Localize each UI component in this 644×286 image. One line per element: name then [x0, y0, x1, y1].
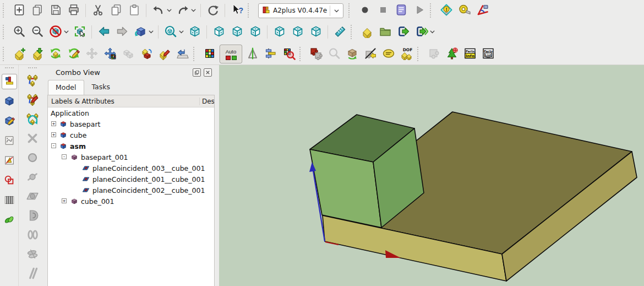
macro-edit-button[interactable]	[393, 2, 409, 19]
tree-header-labels-column[interactable]: Labels & Attributes	[48, 98, 199, 105]
view-front-button[interactable]	[211, 24, 227, 40]
view-axonometric-button[interactable]	[187, 24, 203, 40]
a2p-import-part-button[interactable]	[395, 24, 411, 40]
print-button[interactable]	[66, 2, 81, 19]
tab-model[interactable]: Model	[48, 80, 84, 95]
tree-item-cube_001[interactable]: +cube_001	[48, 196, 214, 207]
undo-button[interactable]	[150, 2, 166, 19]
constraint-assembly-button[interactable]	[22, 73, 43, 90]
box-selection-button[interactable]	[72, 24, 88, 40]
a2p-edit-part-button[interactable]	[156, 46, 172, 62]
dock-handle[interactable]	[5, 67, 14, 70]
a2p-migrate-proxies-button[interactable]	[344, 46, 360, 62]
a2p-toggle-autosolve-button[interactable]: Auto	[220, 45, 242, 63]
refresh-button[interactable]	[205, 2, 221, 19]
part-box-button[interactable]	[2, 94, 17, 109]
redo-history-chevron[interactable]	[190, 2, 197, 19]
panel-float-button[interactable]	[193, 68, 201, 77]
navigate-back-button[interactable]	[96, 24, 112, 40]
a2p-delete-constraints-button[interactable]	[308, 46, 324, 62]
view-top-button[interactable]	[229, 24, 245, 40]
toolbar-handle[interactable]	[193, 47, 197, 61]
toolbar-handle[interactable]	[430, 3, 434, 18]
view-right-button[interactable]	[247, 24, 263, 40]
tree-item-asm[interactable]: -asm	[48, 141, 214, 152]
view-isometric-options-chevron[interactable]	[148, 24, 155, 40]
constraint-planes-parallel-button[interactable]	[22, 246, 43, 263]
tree-item-basepart_001[interactable]: -basepart_001	[48, 152, 214, 163]
paste-button[interactable]	[126, 2, 142, 19]
dock-handle[interactable]	[28, 67, 37, 70]
a2p-workbench-active-button[interactable]	[2, 74, 17, 89]
constraint-update-button[interactable]	[22, 111, 43, 128]
constraint-circular-edge-button[interactable]	[22, 150, 43, 167]
tab-tasks[interactable]: Tasks	[84, 79, 118, 94]
help-whatsthis-button[interactable]: !	[438, 2, 454, 19]
constraint-point-on-plane-button[interactable]	[22, 188, 43, 206]
a2p-search-button[interactable]	[326, 46, 342, 62]
tree-item-basepart[interactable]: +basepart	[48, 118, 214, 129]
navigate-forward-button[interactable]	[114, 24, 130, 40]
a2p-add-part-button[interactable]	[359, 24, 375, 40]
constraint-sphere-on-axis-button[interactable]	[22, 169, 43, 186]
a2p-solve-constraints-button[interactable]	[201, 46, 217, 62]
check-geometry-button[interactable]	[2, 173, 17, 188]
measure-clear-button[interactable]	[474, 2, 490, 19]
fit-all-button[interactable]	[162, 24, 178, 40]
constraint-edit-button[interactable]	[22, 92, 43, 109]
tree-item-cube[interactable]: +cube	[48, 129, 214, 141]
fit-all-options-chevron[interactable]	[178, 24, 185, 40]
view-left-button[interactable]	[308, 24, 324, 40]
toolbar-handle[interactable]	[417, 47, 421, 61]
a2p-show-dof-button[interactable]: DOF	[399, 46, 414, 62]
undo-history-chevron[interactable]	[166, 2, 173, 19]
drawing-page-button[interactable]	[2, 153, 17, 169]
view-isometric-button[interactable]	[132, 24, 148, 40]
a2p-move-part-button[interactable]	[84, 46, 100, 62]
3d-viewport[interactable]	[219, 65, 644, 286]
a2p-add-part-from-file-button[interactable]	[11, 46, 27, 62]
a2p-import-shape-reference-button[interactable]	[29, 46, 45, 62]
a2p-open-assembly-button[interactable]	[377, 24, 393, 40]
view-rear-button[interactable]	[271, 24, 287, 40]
constraint-arc-on-plane-button[interactable]	[22, 208, 43, 225]
constraint-delete-button[interactable]	[22, 131, 43, 148]
tree-expander[interactable]: +	[62, 198, 67, 203]
zoom-out-button[interactable]	[29, 24, 45, 40]
a2p-repair-tree-button[interactable]	[362, 46, 378, 62]
draw-style-button[interactable]	[47, 24, 63, 40]
a2p-edit-imported-part-button[interactable]	[66, 46, 81, 62]
whats-this-button[interactable]: ?	[229, 2, 245, 19]
toolbar-handle[interactable]	[3, 25, 7, 39]
tree-item-Application[interactable]: Application	[48, 107, 214, 118]
a2p-hierarchy-button[interactable]	[444, 46, 460, 62]
a2p-update-imported-parts-button[interactable]	[47, 46, 63, 62]
grid-toggle-button[interactable]	[2, 193, 17, 208]
tree-header-description-column[interactable]: Des	[199, 98, 214, 105]
macro-stop-button[interactable]	[375, 2, 391, 19]
a2p-move-under-constraints-button[interactable]	[102, 46, 118, 62]
sketch-view-button[interactable]	[2, 133, 17, 149]
panel-close-button[interactable]	[204, 68, 212, 77]
open-document-button[interactable]	[29, 2, 45, 19]
tree-expander[interactable]: -	[62, 154, 67, 159]
a2p-flip-constraint-direction-button[interactable]	[244, 46, 260, 62]
a2p-parts-list-button[interactable]: PartsList	[480, 46, 496, 62]
workbench-selector[interactable]: A2plus V0.4.47e	[258, 3, 343, 18]
toolbar-handle[interactable]	[348, 3, 352, 18]
macro-play-button[interactable]	[411, 2, 427, 19]
cut-button[interactable]	[90, 2, 106, 19]
a2p-constraint-tools-button[interactable]	[263, 46, 279, 62]
toolbar-handle[interactable]	[299, 47, 303, 61]
measure-distance-button[interactable]	[456, 2, 472, 19]
a2p-restore-transparency-button[interactable]	[174, 46, 190, 62]
part-edit-button[interactable]	[2, 114, 17, 129]
copy-button[interactable]	[108, 2, 124, 19]
toolbar-handle[interactable]	[351, 25, 354, 39]
a2p-import-options-chevron[interactable]	[429, 24, 436, 40]
redo-button[interactable]	[174, 2, 190, 19]
a2p-edit-label-button[interactable]	[380, 46, 396, 62]
view-bottom-button[interactable]	[290, 24, 305, 40]
toolbar-handle[interactable]	[3, 47, 7, 61]
appearance-button[interactable]	[2, 213, 17, 228]
